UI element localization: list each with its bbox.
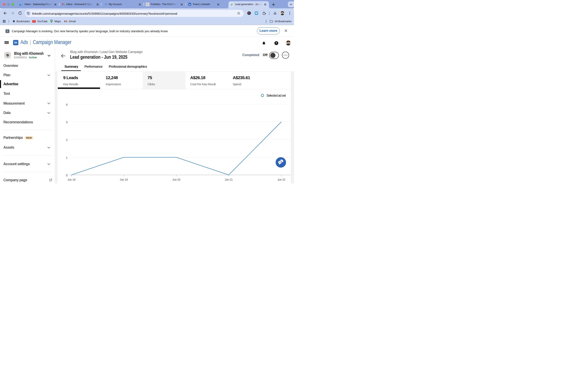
svg-text:o: o <box>20 4 21 6</box>
svg-text:in: in <box>189 3 190 6</box>
svg-text:S: S <box>147 4 148 5</box>
